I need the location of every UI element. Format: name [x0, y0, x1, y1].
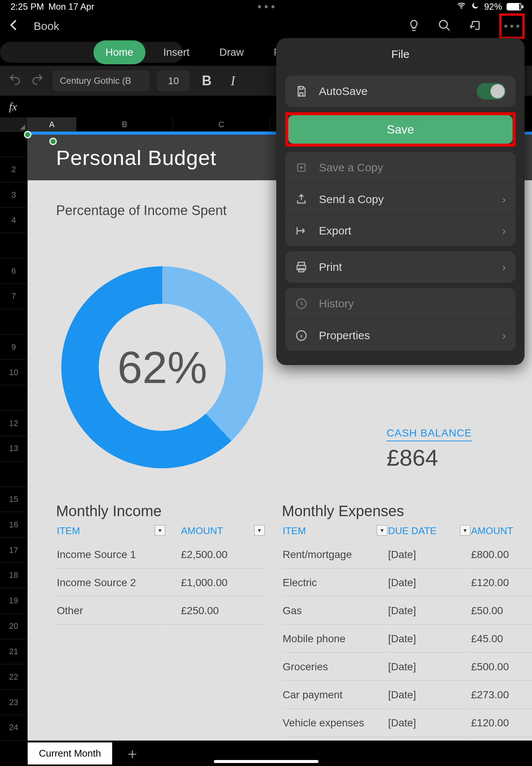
send-a-copy-row[interactable]: Send a Copy › — [285, 183, 516, 215]
print-label: Print — [319, 261, 342, 273]
row-number[interactable]: 18 — [0, 563, 28, 588]
expense-item: Groceries — [283, 653, 387, 681]
history-icon — [295, 297, 308, 310]
italic-button[interactable]: I — [224, 73, 242, 89]
table-row[interactable]: Mobile phone[Date]£45.00 — [283, 625, 532, 653]
table-row[interactable]: Income Source 2£1,000.00 — [57, 569, 265, 597]
row-number[interactable]: 9 — [0, 335, 28, 360]
send-copy-icon — [295, 193, 308, 206]
row-number[interactable]: 20 — [0, 614, 28, 639]
filter-dropdown-icon[interactable]: ▼ — [377, 525, 387, 536]
table-row[interactable]: Other£250.00 — [57, 597, 265, 625]
row-number[interactable]: 4 — [0, 208, 28, 233]
document-title[interactable]: Book — [34, 20, 59, 33]
selection-handle-br[interactable] — [49, 138, 57, 145]
row-number[interactable] — [0, 385, 28, 411]
income-amount: £250.00 — [166, 597, 265, 625]
multitask-dots[interactable] — [258, 5, 274, 8]
table-row[interactable]: Income Source 1£2,500.00 — [57, 541, 265, 569]
font-size-select[interactable]: 10 — [157, 70, 190, 91]
income-item: Other — [57, 597, 165, 625]
table-row[interactable]: Gas[Date]£50.00 — [283, 597, 532, 625]
table-row[interactable]: Vehicle expenses[Date]£120.00 — [283, 710, 532, 737]
row-number[interactable]: 7 — [0, 284, 28, 309]
table-row[interactable]: Groceries[Date]£500.00 — [283, 653, 532, 681]
redo-button[interactable] — [30, 73, 45, 89]
table-row[interactable]: Electric[Date]£120.00 — [283, 569, 532, 597]
row-number[interactable] — [0, 233, 28, 258]
status-battery-pct: 92% — [484, 1, 502, 12]
row-number[interactable] — [0, 309, 28, 335]
bold-button[interactable]: B — [197, 73, 216, 89]
expense-item: Car payment — [283, 681, 387, 709]
save-button[interactable]: Save — [288, 115, 513, 144]
income-amount: £1,000.00 — [166, 569, 265, 597]
more-menu-button[interactable] — [499, 13, 525, 39]
row-number[interactable]: 19 — [0, 588, 28, 614]
expense-table: ITEM ▼ DUE DATE ▼ AMOUNT Rent/mortgage[D… — [282, 521, 532, 738]
filter-dropdown-icon[interactable]: ▼ — [460, 525, 470, 536]
print-row[interactable]: Print › — [285, 251, 516, 283]
info-icon — [295, 329, 308, 342]
back-button[interactable] — [7, 18, 20, 35]
expense-due: [Date] — [388, 710, 470, 737]
add-sheet-button[interactable]: ＋ — [125, 743, 140, 764]
tab-insert[interactable]: Insert — [151, 40, 202, 64]
properties-row[interactable]: Properties › — [285, 319, 516, 351]
row-number[interactable]: 3 — [0, 183, 28, 208]
row-number[interactable]: 23 — [0, 690, 28, 715]
selection-handle-tl[interactable] — [24, 131, 31, 138]
lightbulb-icon[interactable] — [407, 19, 421, 34]
row-number[interactable] — [0, 132, 28, 157]
expense-item: Mobile phone — [283, 625, 387, 653]
row-number[interactable]: 24 — [0, 715, 28, 741]
svg-point-0 — [461, 7, 462, 9]
filter-dropdown-icon[interactable]: ▼ — [254, 525, 265, 536]
col-header-b[interactable]: B — [76, 117, 173, 132]
row-number[interactable]: 10 — [0, 360, 28, 385]
row-number[interactable]: 6 — [0, 258, 28, 284]
autosave-toggle[interactable] — [477, 83, 506, 99]
table-row[interactable]: Rent/mortgage[Date]£800.00 — [283, 541, 532, 569]
row-number[interactable]: 15 — [0, 487, 28, 512]
expense-item: Vehicle expenses — [283, 710, 387, 737]
select-all-cell[interactable] — [0, 117, 28, 132]
row-number[interactable]: 21 — [0, 639, 28, 665]
row-number[interactable] — [0, 462, 28, 487]
export-icon — [295, 224, 308, 237]
expense-amount: £500.00 — [471, 653, 532, 681]
row-number[interactable]: 16 — [0, 512, 28, 537]
row-number[interactable]: 13 — [0, 436, 28, 462]
col-header-a[interactable]: A — [28, 117, 76, 132]
col-header-c[interactable]: C — [173, 117, 270, 132]
autosave-toggle-row[interactable]: AutoSave — [285, 76, 516, 107]
tab-draw[interactable]: Draw — [207, 40, 256, 64]
table-row[interactable]: Car payment[Date]£273.00 — [283, 681, 532, 709]
expense-header-amount: AMOUNT — [471, 521, 532, 540]
expense-due: [Date] — [388, 569, 470, 597]
sheet-tab[interactable]: Current Month — [28, 742, 112, 765]
income-header-amount: AMOUNT ▼ — [166, 521, 265, 540]
row-number[interactable]: 22 — [0, 664, 28, 690]
chevron-right-icon: › — [502, 329, 506, 342]
row-number[interactable]: 2 — [0, 157, 28, 183]
expense-due: [Date] — [388, 681, 470, 709]
filter-dropdown-icon[interactable]: ▼ — [155, 525, 165, 536]
font-family-select[interactable]: Century Gothic (B — [52, 70, 150, 91]
row-number[interactable]: 12 — [0, 411, 28, 436]
home-indicator[interactable] — [214, 760, 319, 763]
search-icon[interactable] — [438, 19, 451, 34]
share-icon[interactable] — [468, 19, 482, 34]
chevron-right-icon: › — [502, 224, 506, 237]
row-number-gutter[interactable]: 23467910121315161718192021222324 — [0, 132, 28, 741]
expense-due: [Date] — [388, 597, 470, 625]
tab-home[interactable]: Home — [93, 40, 145, 64]
fx-label: fx — [9, 100, 17, 113]
export-row[interactable]: Export › — [285, 215, 516, 246]
history-row: History — [285, 288, 516, 319]
undo-button[interactable] — [7, 73, 22, 89]
properties-label: Properties — [319, 329, 370, 342]
file-menu-title: File — [276, 38, 525, 70]
row-number[interactable]: 17 — [0, 537, 28, 563]
autosave-icon — [295, 85, 308, 98]
